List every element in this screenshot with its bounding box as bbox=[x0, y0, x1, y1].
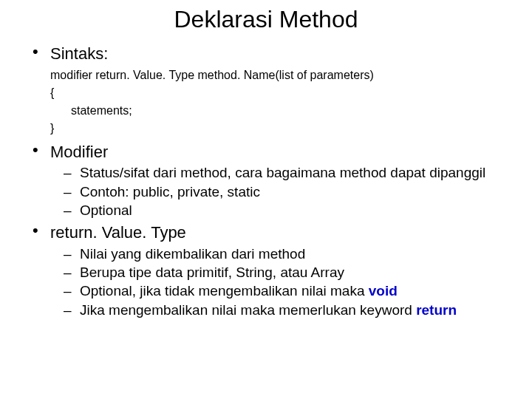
rvt-head: return. Value. Type bbox=[50, 222, 514, 244]
text: Jika mengembalikan nilai maka memerlukan… bbox=[80, 302, 416, 318]
list-item: Contoh: public, private, static bbox=[64, 183, 514, 201]
text: Optional, jika tidak mengembalikan nilai… bbox=[80, 283, 369, 299]
modifier-list: Status/sifat dari method, cara bagaimana… bbox=[50, 164, 514, 219]
list-item: Jika mengembalikan nilai maka memerlukan… bbox=[64, 301, 514, 319]
list-item: Nilai yang dikembalikan dari method bbox=[64, 245, 514, 263]
syntax-open-brace: { bbox=[50, 84, 514, 102]
list-item: Optional, jika tidak mengembalikan nilai… bbox=[64, 282, 514, 300]
syntax-close-brace: } bbox=[50, 120, 514, 137]
section-modifier: Modifier Status/sifat dari method, cara … bbox=[33, 142, 514, 220]
section-sintaks: Sintaks: modifier return. Value. Type me… bbox=[33, 44, 514, 137]
modifier-head: Modifier bbox=[50, 142, 514, 163]
keyword-return: return bbox=[416, 302, 457, 318]
syntax-signature: modifier return. Value. Type method. Nam… bbox=[50, 66, 514, 84]
sintaks-head: Sintaks: bbox=[50, 44, 514, 65]
text: Berupa tipe data primitif, String, atau … bbox=[80, 265, 344, 280]
rvt-list: Nilai yang dikembalikan dari method Beru… bbox=[50, 245, 514, 319]
content-list: Sintaks: modifier return. Value. Type me… bbox=[18, 44, 514, 319]
syntax-block: modifier return. Value. Type method. Nam… bbox=[50, 66, 514, 137]
list-item: Berupa tipe data primitif, String, atau … bbox=[64, 264, 514, 282]
page-title: Deklarasi Method bbox=[18, 6, 514, 33]
syntax-statements: statements; bbox=[50, 102, 514, 120]
list-item: Optional bbox=[64, 202, 514, 219]
keyword-void: void bbox=[369, 283, 398, 299]
section-return-type: return. Value. Type Nilai yang dikembali… bbox=[33, 222, 514, 319]
list-item: Status/sifat dari method, cara bagaimana… bbox=[64, 164, 514, 182]
text: Nilai yang dikembalikan dari method bbox=[80, 246, 305, 262]
